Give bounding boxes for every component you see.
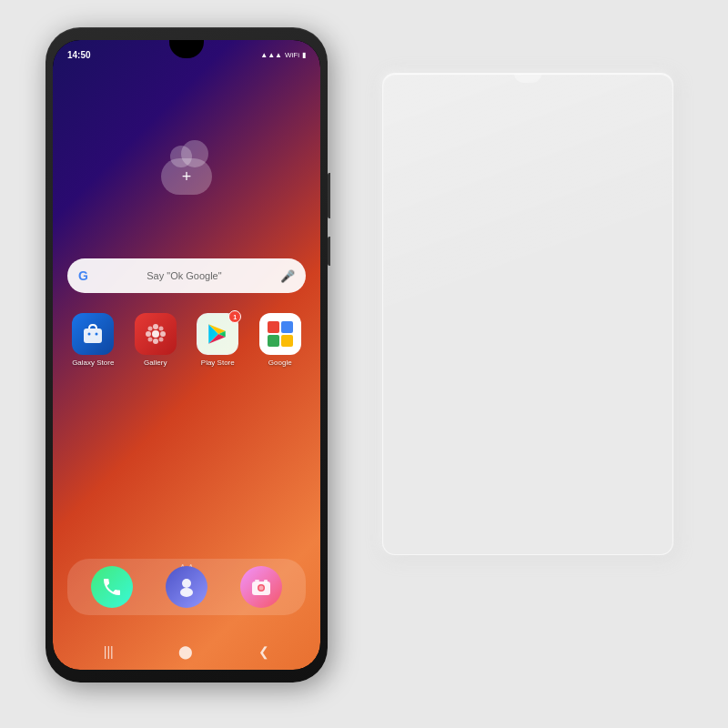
svg-point-4 [153, 324, 158, 329]
svg-point-17 [180, 588, 193, 597]
dock-camera[interactable] [240, 566, 282, 608]
phone-screen: 14:50 ▲▲▲ WiFi ▮ + G Say "Ok Goo [53, 40, 320, 670]
glass-notch [514, 74, 541, 83]
battery-icon: ▮ [302, 51, 306, 59]
svg-rect-13 [281, 321, 293, 333]
app-play-store[interactable]: 1 [192, 313, 243, 367]
phone-inner: 14:50 ▲▲▲ WiFi ▮ + G Say "Ok Goo [53, 40, 320, 670]
mic-icon[interactable]: 🎤 [280, 269, 295, 283]
svg-point-2 [96, 333, 98, 336]
cloud-plus-icon: + [182, 167, 192, 187]
volume-button[interactable] [328, 173, 330, 218]
nav-back[interactable]: ❮ [258, 644, 269, 659]
phone-body: 14:50 ▲▲▲ WiFi ▮ + G Say "Ok Goo [46, 27, 328, 682]
power-button[interactable] [328, 237, 330, 266]
svg-point-3 [152, 330, 159, 338]
svg-point-8 [147, 327, 152, 331]
glass-panel [382, 73, 673, 555]
google-icon [259, 313, 301, 355]
dock [67, 559, 306, 615]
svg-rect-21 [264, 580, 268, 583]
scene: 14:50 ▲▲▲ WiFi ▮ + G Say "Ok Goo [0, 0, 728, 728]
svg-point-20 [259, 586, 264, 591]
cloud-icon: + [161, 158, 212, 195]
app-gallery[interactable]: Gallery [130, 313, 181, 367]
svg-point-10 [147, 338, 152, 342]
google-g-icon: G [78, 268, 88, 283]
svg-point-1 [88, 333, 91, 336]
cloud-widget: + [161, 158, 212, 195]
dock-bixby[interactable] [166, 566, 207, 608]
wifi-icon: WiFi [285, 51, 299, 59]
play-store-icon: 1 [197, 313, 238, 355]
app-google[interactable]: Google [255, 313, 306, 367]
svg-point-7 [160, 331, 166, 337]
svg-point-11 [158, 338, 163, 342]
svg-rect-14 [268, 335, 279, 347]
search-bar[interactable]: G Say "Ok Google" 🎤 [67, 258, 306, 293]
svg-rect-15 [281, 335, 293, 347]
app-galaxy-store[interactable]: Galaxy Store [67, 313, 118, 367]
svg-rect-12 [268, 321, 279, 333]
galaxy-store-label: Galaxy Store [72, 359, 114, 367]
svg-point-9 [158, 327, 163, 331]
play-store-badge: 1 [228, 310, 241, 323]
gallery-icon [135, 313, 177, 355]
status-icons: ▲▲▲ WiFi ▮ [260, 51, 306, 59]
play-store-label: Play Store [201, 359, 235, 367]
svg-point-5 [153, 339, 158, 344]
status-time: 14:50 [67, 50, 91, 60]
gallery-label: Gallery [144, 359, 167, 367]
svg-point-6 [146, 331, 151, 337]
signal-icon: ▲▲▲ [260, 51, 282, 59]
svg-point-16 [182, 579, 191, 588]
google-label: Google [268, 359, 292, 367]
dock-phone[interactable] [91, 566, 133, 608]
nav-recent[interactable]: ||| [104, 644, 114, 659]
search-placeholder: Say "Ok Google" [96, 270, 273, 281]
svg-rect-0 [84, 329, 102, 343]
nav-home[interactable]: ⬤ [178, 644, 193, 659]
galaxy-store-icon [72, 313, 114, 355]
svg-rect-22 [255, 580, 259, 581]
apps-row: Galaxy Store [53, 313, 320, 367]
nav-bar: ||| ⬤ ❮ [53, 644, 320, 659]
